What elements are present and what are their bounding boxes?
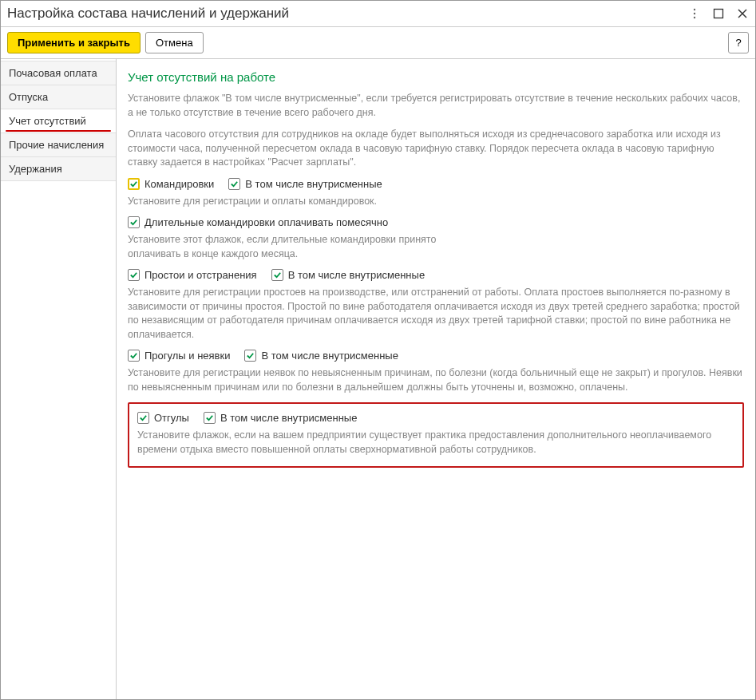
checkmark-icon (128, 178, 140, 190)
titlebar: Настройка состава начислений и удержаний (1, 1, 755, 27)
checkbox-business-trips[interactable]: Командировки (128, 178, 214, 190)
svg-rect-3 (714, 10, 723, 18)
intro-text-1: Установите флажок "В том числе внутрисме… (128, 92, 744, 120)
checkbox-label: В том числе внутрисменные (220, 412, 357, 424)
checkmark-icon (271, 269, 283, 281)
checkmark-icon (128, 216, 140, 228)
section-title: Учет отсутствий на работе (128, 70, 744, 84)
apply-close-button[interactable]: Применить и закрыть (7, 32, 141, 53)
desc-long-trips: Установите этот флажок, если длительные … (128, 233, 463, 261)
close-icon[interactable] (736, 7, 749, 20)
checkbox-label: Отгулы (154, 412, 189, 424)
maximize-icon[interactable] (712, 7, 725, 20)
row-time-off: Отгулы В том числе внутрисменные (137, 412, 734, 424)
checkmark-icon (244, 350, 256, 362)
row-long-trips: Длительные командировки оплачивать помес… (128, 216, 744, 228)
intro-text-2: Оплата часового отсутствия для сотрудник… (128, 128, 744, 170)
checkbox-time-off-intrashift[interactable]: В том числе внутрисменные (204, 412, 357, 424)
window-controls (688, 7, 749, 20)
checkbox-label: Длительные командировки оплачивать помес… (144, 216, 388, 228)
svg-point-2 (694, 17, 695, 18)
checkbox-idle-time-intrashift[interactable]: В том числе внутрисменные (271, 269, 425, 281)
checkbox-time-off[interactable]: Отгулы (137, 412, 189, 424)
sidebar-item-vacations[interactable]: Отпуска (1, 85, 116, 109)
svg-point-1 (694, 13, 695, 14)
checkbox-label: Прогулы и неявки (144, 350, 230, 362)
checkbox-absenteeism[interactable]: Прогулы и неявки (128, 350, 230, 362)
checkmark-icon (128, 269, 140, 281)
desc-absenteeism: Установите для регистрации неявок по нев… (128, 366, 744, 394)
sidebar: Почасовая оплата Отпуска Учет отсутствий… (1, 59, 117, 699)
checkbox-label: Командировки (144, 178, 214, 190)
checkmark-icon (204, 412, 216, 424)
svg-point-0 (694, 9, 695, 10)
sidebar-item-absences[interactable]: Учет отсутствий (1, 109, 116, 133)
toolbar: Применить и закрыть Отмена ? (1, 27, 755, 59)
help-button[interactable]: ? (728, 32, 749, 53)
cancel-button[interactable]: Отмена (145, 32, 204, 53)
checkbox-label: В том числе внутрисменные (261, 350, 398, 362)
settings-window: Настройка состава начислений и удержаний… (0, 0, 756, 700)
desc-idle-time: Установите для регистрации простоев на п… (128, 286, 744, 342)
desc-time-off: Установите флажок, если на вашем предпри… (137, 429, 734, 457)
row-idle-time: Простои и отстранения В том числе внутри… (128, 269, 744, 281)
sidebar-item-other-accruals[interactable]: Прочие начисления (1, 133, 116, 157)
window-title: Настройка состава начислений и удержаний (7, 6, 688, 22)
row-business-trips: Командировки В том числе внутрисменные (128, 178, 744, 190)
kebab-menu-icon[interactable] (688, 7, 701, 20)
sidebar-item-deductions[interactable]: Удержания (1, 157, 116, 181)
row-absenteeism: Прогулы и неявки В том числе внутрисменн… (128, 350, 744, 362)
highlight-otguly: Отгулы В том числе внутрисменные Установ… (128, 402, 744, 468)
checkbox-absenteeism-intrashift[interactable]: В том числе внутрисменные (244, 350, 398, 362)
checkbox-label: В том числе внутрисменные (245, 178, 382, 190)
content-panel: Учет отсутствий на работе Установите фла… (117, 59, 755, 699)
desc-business-trips: Установите для регистрации и оплаты кома… (128, 195, 744, 209)
checkbox-label: Простои и отстранения (144, 269, 257, 281)
checkmark-icon (228, 178, 240, 190)
body: Почасовая оплата Отпуска Учет отсутствий… (1, 59, 755, 699)
checkbox-label: В том числе внутрисменные (288, 269, 425, 281)
checkmark-icon (128, 350, 140, 362)
checkbox-idle-time[interactable]: Простои и отстранения (128, 269, 257, 281)
checkbox-business-trips-intrashift[interactable]: В том числе внутрисменные (228, 178, 382, 190)
checkbox-long-trips-monthly[interactable]: Длительные командировки оплачивать помес… (128, 216, 388, 228)
checkmark-icon (137, 412, 149, 424)
sidebar-item-hourly[interactable]: Почасовая оплата (1, 61, 116, 85)
